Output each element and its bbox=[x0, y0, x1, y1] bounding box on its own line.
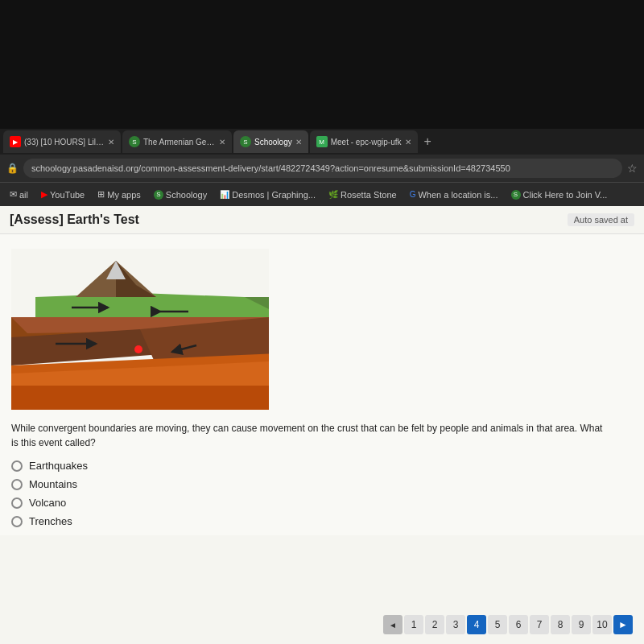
bookmark-schoology[interactable]: S Schoology bbox=[149, 188, 212, 201]
schoology-favicon2: S bbox=[129, 136, 140, 147]
option-earthquakes-label: Earthquakes bbox=[29, 460, 88, 472]
youtube-bk-icon: ▶ bbox=[41, 189, 47, 200]
meet-favicon: M bbox=[316, 136, 328, 147]
option-mountains-label: Mountains bbox=[29, 478, 77, 490]
tab2-close[interactable]: ✕ bbox=[219, 138, 225, 147]
youtube-favicon: ▶ bbox=[10, 136, 21, 147]
prev-page-button[interactable]: ◄ bbox=[383, 615, 402, 634]
radio-earthquakes[interactable] bbox=[11, 460, 23, 472]
address-bar: 🔒 ☆ bbox=[0, 155, 644, 182]
ail-icon: ✉ bbox=[10, 189, 17, 200]
lock-icon: 🔒 bbox=[6, 163, 19, 174]
question-text: While convergent boundaries are moving, … bbox=[11, 421, 607, 450]
page-btn-7[interactable]: 7 bbox=[530, 615, 549, 634]
page-header: [Assess] Earth's Test Auto saved at bbox=[0, 206, 644, 234]
page-btn-6[interactable]: 6 bbox=[509, 615, 528, 634]
option-mountains[interactable]: Mountains bbox=[11, 478, 633, 490]
page-btn-2[interactable]: 2 bbox=[425, 615, 444, 634]
page-btn-9[interactable]: 9 bbox=[572, 615, 591, 634]
tectonic-diagram bbox=[11, 249, 269, 410]
radio-trenches[interactable] bbox=[11, 516, 23, 527]
tab-meet[interactable]: M Meet - epc-wgip-ufk ✕ bbox=[310, 130, 418, 153]
schoology-bk-icon: S bbox=[154, 190, 163, 200]
next-page-button[interactable]: ► bbox=[613, 615, 633, 634]
tab1-label: (33) [10 HOURS] Lil Nas X - M... bbox=[24, 138, 105, 147]
radio-mountains[interactable] bbox=[11, 479, 23, 490]
option-volcano[interactable]: Volcano bbox=[11, 497, 633, 509]
tab-schoology[interactable]: S Schoology ✕ bbox=[233, 130, 308, 153]
tab3-label: Schoology bbox=[254, 138, 292, 147]
schoology-favicon3: S bbox=[240, 136, 251, 147]
bookmark-rosetta-label: Rosetta Stone bbox=[341, 190, 397, 200]
tab1-close[interactable]: ✕ bbox=[108, 138, 114, 147]
black-top-bar bbox=[0, 0, 644, 129]
page-btn-4[interactable]: 4 bbox=[467, 615, 486, 634]
bookmark-ail-label: ail bbox=[19, 190, 28, 200]
bookmark-location-label: When a location is... bbox=[418, 190, 497, 200]
click-here-icon: S bbox=[511, 190, 521, 200]
bookmark-desmos-label: Desmos | Graphing... bbox=[232, 190, 316, 200]
bookmark-rosetta[interactable]: 🌿 Rosetta Stone bbox=[324, 188, 402, 201]
tab-bar: ▶ (33) [10 HOURS] Lil Nas X - M... ✕ S T… bbox=[0, 129, 644, 155]
bookmark-myapps-label: My apps bbox=[107, 190, 141, 200]
tab-armenian[interactable]: S The Armenian Genocide | Sch... ✕ bbox=[122, 130, 232, 153]
bookmark-clickhere-label: Click Here to Join V... bbox=[523, 190, 608, 200]
address-input[interactable] bbox=[23, 159, 622, 178]
option-volcano-label: Volcano bbox=[29, 497, 66, 509]
tab4-close[interactable]: ✕ bbox=[405, 138, 411, 147]
option-trenches[interactable]: Trenches bbox=[11, 515, 633, 527]
bookmark-youtube[interactable]: ▶ YouTube bbox=[36, 188, 89, 201]
svg-rect-12 bbox=[11, 386, 269, 410]
page-btn-1[interactable]: 1 bbox=[404, 615, 423, 634]
tab3-close[interactable]: ✕ bbox=[295, 138, 302, 147]
page-content: [Assess] Earth's Test Auto saved at bbox=[0, 206, 644, 644]
tab2-label: The Armenian Genocide | Sch... bbox=[143, 138, 216, 147]
page-btn-8[interactable]: 8 bbox=[551, 615, 570, 634]
page-btn-5[interactable]: 5 bbox=[488, 615, 507, 634]
bookmark-location[interactable]: G When a location is... bbox=[405, 188, 503, 201]
new-tab-button[interactable]: + bbox=[419, 134, 436, 149]
browser-chrome: ▶ (33) [10 HOURS] Lil Nas X - M... ✕ S T… bbox=[0, 129, 644, 206]
bookmark-ail[interactable]: ✉ ail bbox=[5, 188, 33, 201]
bookmark-star-icon[interactable]: ☆ bbox=[627, 162, 638, 175]
bookmark-youtube-label: YouTube bbox=[50, 190, 85, 200]
page-title: [Assess] Earth's Test bbox=[10, 213, 139, 227]
myapps-icon: ⊞ bbox=[97, 189, 105, 200]
rosetta-icon: 🌿 bbox=[328, 190, 338, 199]
bookmark-clickhere[interactable]: S Click Here to Join V... bbox=[506, 188, 613, 201]
option-trenches-label: Trenches bbox=[29, 515, 72, 527]
desmos-icon: 📊 bbox=[220, 190, 229, 199]
svg-point-13 bbox=[134, 345, 142, 353]
page-btn-10[interactable]: 10 bbox=[592, 615, 612, 634]
bookmark-myapps[interactable]: ⊞ My apps bbox=[93, 188, 146, 201]
pagination: ◄ 1 2 3 4 5 6 7 8 9 10 ► bbox=[372, 609, 644, 641]
bookmark-desmos[interactable]: 📊 Desmos | Graphing... bbox=[215, 188, 320, 201]
tab4-label: Meet - epc-wgip-ufk bbox=[331, 138, 402, 147]
bookmark-schoology-label: Schoology bbox=[166, 190, 207, 200]
options-list: Earthquakes Mountains Volcano Trenches bbox=[11, 460, 633, 527]
tab-lil-nas[interactable]: ▶ (33) [10 HOURS] Lil Nas X - M... ✕ bbox=[3, 130, 121, 153]
auto-saved-label: Auto saved at bbox=[568, 213, 634, 226]
content-area: While convergent boundaries are moving, … bbox=[0, 234, 644, 535]
diagram-container bbox=[11, 249, 269, 413]
radio-volcano[interactable] bbox=[11, 497, 23, 509]
page-btn-3[interactable]: 3 bbox=[446, 615, 465, 634]
option-earthquakes[interactable]: Earthquakes bbox=[11, 460, 633, 472]
google-icon: G bbox=[410, 190, 416, 199]
bookmarks-bar: ✉ ail ▶ YouTube ⊞ My apps S Schoology 📊 … bbox=[0, 182, 644, 206]
